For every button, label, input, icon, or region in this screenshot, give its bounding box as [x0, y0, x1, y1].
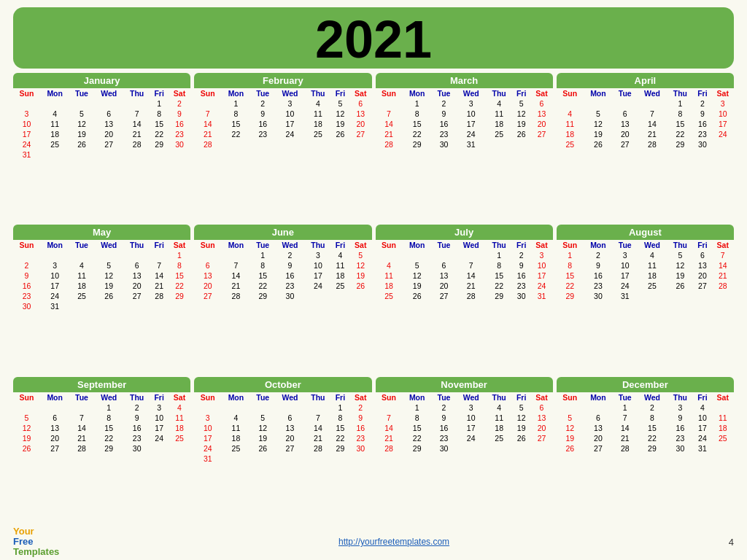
day-cell: 9 [693, 109, 711, 119]
day-cell: 25 [557, 139, 584, 149]
day-cell: 7 [637, 109, 667, 119]
day-header-wed: Wed [456, 392, 486, 402]
day-cell: 13 [530, 109, 553, 119]
day-cell: 15 [403, 423, 432, 433]
day-cell: 5 [94, 260, 124, 271]
month-block-january: JanuarySunMonTueWedThuFriSat123456789101… [13, 73, 190, 221]
day-cell [221, 301, 250, 303]
day-header-thu: Thu [667, 240, 693, 250]
month-name: April [557, 73, 734, 88]
day-cell: 16 [512, 271, 530, 281]
day-header-tue: Tue [432, 392, 456, 402]
day-header-fri: Fri [693, 240, 711, 250]
day-cell: 28 [637, 139, 667, 149]
day-header-mon: Mon [584, 240, 613, 250]
day-cell: 31 [40, 301, 69, 311]
day-cell: 27 [194, 291, 221, 301]
day-cell: 19 [584, 129, 613, 139]
day-cell: 10 [275, 109, 305, 119]
day-cell: 23 [169, 129, 191, 139]
day-cell: 8 [403, 109, 432, 119]
day-cell: 26 [557, 443, 584, 454]
day-cell [613, 149, 637, 151]
day-header-tue: Tue [613, 88, 637, 98]
footer-link[interactable]: http://yourfreetemplates.com [338, 537, 449, 547]
day-cell [221, 250, 250, 260]
day-cell: 23 [693, 129, 711, 139]
day-cell: 30 [667, 443, 693, 454]
day-cell [711, 139, 734, 149]
day-header-tue: Tue [251, 240, 275, 250]
day-header-fri: Fri [150, 240, 169, 250]
day-cell: 26 [69, 139, 93, 149]
day-cell: 17 [40, 281, 69, 291]
day-cell: 18 [637, 271, 667, 281]
day-cell [150, 443, 169, 454]
day-cell: 29 [331, 443, 349, 454]
day-cell: 11 [486, 109, 512, 119]
month-block-august: AugustSunMonTueWedThuFriSat1234567891011… [557, 225, 734, 373]
month-block-november: NovemberSunMonTueWedThuFriSat12345678910… [376, 377, 553, 525]
day-cell [512, 149, 530, 151]
day-cell: 7 [124, 109, 150, 119]
day-cell: 5 [584, 109, 613, 119]
day-cell [40, 98, 69, 109]
day-cell: 6 [530, 98, 553, 109]
day-header-thu: Thu [305, 240, 331, 250]
day-cell: 21 [456, 281, 486, 291]
day-cell: 14 [69, 423, 93, 433]
year-header: 2021 [13, 7, 734, 69]
day-cell: 11 [711, 413, 734, 423]
day-header-sat: Sat [169, 88, 191, 98]
month-table: SunMonTueWedThuFriSat1234567891011121314… [194, 392, 371, 464]
day-cell: 28 [305, 443, 331, 454]
day-cell [711, 291, 734, 301]
day-cell [221, 149, 250, 151]
day-cell: 25 [711, 433, 734, 443]
day-cell: 28 [194, 139, 221, 149]
day-cell: 5 [331, 98, 349, 109]
day-header-tue: Tue [613, 392, 637, 402]
day-cell [13, 250, 40, 260]
day-cell: 28 [69, 443, 93, 454]
day-cell [711, 454, 734, 455]
day-cell [637, 301, 667, 303]
day-cell: 2 [169, 98, 191, 109]
day-cell: 11 [486, 413, 512, 423]
day-cell: 28 [221, 291, 250, 301]
day-header-thu: Thu [486, 240, 512, 250]
day-cell: 25 [305, 129, 331, 139]
day-cell: 29 [486, 291, 512, 301]
day-cell: 31 [613, 291, 637, 301]
day-cell: 29 [251, 291, 275, 301]
day-cell: 17 [613, 271, 637, 281]
day-cell [251, 454, 275, 464]
day-cell [349, 301, 372, 303]
day-cell: 13 [613, 119, 637, 129]
month-name: May [13, 225, 190, 240]
day-header-mon: Mon [221, 88, 250, 98]
day-cell: 12 [667, 260, 693, 271]
day-cell [275, 454, 305, 464]
day-header-thu: Thu [486, 392, 512, 402]
day-header-fri: Fri [693, 88, 711, 98]
day-cell: 30 [512, 291, 530, 301]
day-cell: 3 [40, 260, 69, 271]
day-cell [305, 139, 331, 149]
day-cell: 24 [275, 129, 305, 139]
day-cell: 2 [432, 402, 456, 413]
day-cell: 18 [331, 271, 349, 281]
day-cell: 15 [94, 423, 124, 433]
day-header-fri: Fri [331, 392, 349, 402]
day-cell: 24 [711, 129, 734, 139]
day-header-thu: Thu [124, 392, 150, 402]
day-cell: 13 [432, 271, 456, 281]
month-table: SunMonTueWedThuFriSat1234567891011121314… [557, 88, 734, 151]
day-cell: 13 [349, 109, 372, 119]
month-table: SunMonTueWedThuFriSat1234567891011121314… [557, 240, 734, 303]
day-cell: 16 [251, 119, 275, 129]
day-cell: 16 [124, 423, 150, 433]
day-cell [40, 402, 69, 413]
day-cell: 29 [403, 443, 432, 454]
day-cell [584, 301, 613, 303]
